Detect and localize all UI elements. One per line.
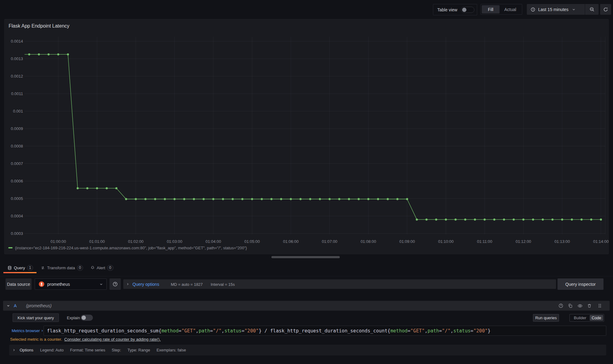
fill-button[interactable]: Fill [482,5,500,13]
hint-text: Selected metric is a counter. [10,337,62,342]
chevron-down-icon [572,7,576,12]
tab-alert[interactable]: Alert 0 [87,265,117,271]
code-button[interactable]: Code [590,315,603,321]
y-tick-label: 0.0005 [5,197,23,201]
query-ref-id: A [14,303,17,308]
y-tick-label: 0.0012 [5,74,23,79]
tab-query[interactable]: Query 1 [4,265,37,271]
chevron-right-icon [12,348,16,352]
x-tick-label: 01:03:00 [161,239,188,244]
table-view-label: Table view [437,7,457,12]
refresh-icon [603,7,608,12]
prometheus-icon [39,281,44,287]
options-summary-item: Step: [112,348,121,352]
run-queries-button[interactable]: Run queries [533,314,559,322]
chevron-right-icon [126,282,130,286]
panel-title[interactable]: Flask App Endpoint Latency [9,23,69,29]
table-view-group: Table view [433,4,477,15]
fill-actual-group: Fill Actual [481,4,522,15]
bell-icon [90,266,95,270]
md-stat: MD = auto = 1827 [171,282,203,287]
options-summary: Legend: AutoFormat: Time seriesStep:Type… [40,348,193,352]
latency-panel: Flask App Endpoint Latency 0.00030.00040… [4,19,609,254]
query-options-label: Query options [132,282,159,287]
query-datasource-hint: (prometheus) [26,303,52,308]
latency-chart[interactable] [25,37,605,237]
refresh-button[interactable] [600,4,611,15]
active-tab-underline [3,272,36,273]
zoom-out-button[interactable] [585,4,599,15]
query-options-header[interactable]: Query options MD = auto = 1827 Interval … [123,279,556,289]
y-tick-label: 0.0003 [5,232,23,236]
table-view-toggle-knob [462,8,466,12]
delete-query-trash-icon[interactable] [587,303,592,308]
query-row-header[interactable]: A (prometheus) [3,301,610,311]
options-summary-item: Legend: Auto [40,348,64,352]
drag-handle-grip-icon[interactable] [597,303,602,308]
tab-transform[interactable]: Transform data 0 [37,265,87,271]
x-tick-label: 01:01:00 [83,239,111,244]
chevron-down-icon [99,282,103,286]
options-summary-item: Type: Range [128,348,150,352]
x-tick-label: 01:00:00 [44,239,72,244]
datasource-value: prometheus [47,282,70,287]
explain-toggle-knob [82,316,86,320]
chart-legend: {instance="ec2-184-169-216-224.us-west-1… [8,245,247,250]
tab-query-count: 1 [27,265,33,271]
legend-swatch [8,247,13,248]
table-view-toggle[interactable] [461,7,474,13]
x-tick-label: 01:04:00 [200,239,227,244]
promql-query-text: flask_http_request_duration_seconds_sum{… [47,328,491,334]
tabs-divider [0,276,613,276]
explain-label: Explain [67,316,80,320]
promql-input[interactable]: flask_http_request_duration_seconds_sum{… [44,326,606,336]
legend-series-label[interactable]: {instance="ec2-184-169-216-224.us-west-1… [15,246,247,250]
options-summary-item: Exemplars: false [156,348,186,352]
x-tick-label: 01:12:00 [510,239,537,244]
transform-icon [40,266,45,270]
editor-tabs: Query 1 Transform data 0 Alert 0 [4,262,117,273]
query-hint: Selected metric is a counter. Consider c… [10,336,161,342]
hint-link[interactable]: Consider calculating rate of counter by … [64,337,161,342]
duplicate-query-icon[interactable] [568,303,573,308]
zoom-out-icon [589,7,595,12]
tab-transform-label: Transform data [47,266,75,270]
datasource-label: Data source [7,282,30,287]
time-picker-group: Last 15 minutes [527,4,599,15]
options-row[interactable]: Options Legend: AutoFormat: Time seriesS… [9,345,606,355]
metrics-browser-button[interactable]: Metrics browser [12,328,44,333]
horizontal-scrollbar-thumb[interactable] [271,256,340,258]
hide-response-eye-icon[interactable] [577,303,583,308]
kick-start-button[interactable]: Kick start your query [13,313,59,322]
collapse-chevron-icon[interactable] [6,304,10,308]
x-tick-label: 01:09:00 [393,239,421,244]
x-tick-label: 01:08:00 [354,239,382,244]
builder-code-group: Builder Code [569,314,604,322]
tab-alert-count: 0 [107,265,113,271]
datasource-select[interactable]: prometheus [35,278,107,290]
y-tick-label: 0.001 [5,109,23,113]
database-icon [7,266,12,270]
x-tick-label: 01:14:00 [587,239,613,244]
x-tick-label: 01:02:00 [122,239,150,244]
x-tick-label: 01:05:00 [238,239,266,244]
query-inspector-button[interactable]: Query inspector [557,278,603,290]
x-tick-label: 01:07:00 [316,239,343,244]
y-tick-label: 0.0007 [5,162,23,166]
x-tick-label: 01:11:00 [471,239,498,244]
time-range-label: Last 15 minutes [538,7,569,12]
actual-button[interactable]: Actual [500,5,521,13]
y-tick-label: 0.0013 [5,57,23,61]
builder-button[interactable]: Builder [570,315,590,321]
y-tick-label: 0.0014 [5,39,23,44]
clock-icon [531,7,535,12]
datasource-label-chip: Data source [6,278,32,290]
y-tick-label: 0.0011 [5,92,23,96]
explain-toggle[interactable] [81,315,93,321]
time-picker-button[interactable]: Last 15 minutes [527,4,585,15]
query-help-icon[interactable] [558,303,563,308]
top-toolbar: Table view Fill Actual Last 15 minutes [0,0,613,19]
options-label: Options [20,348,33,352]
datasource-help-button[interactable] [109,278,121,290]
help-circle-icon [113,282,118,287]
